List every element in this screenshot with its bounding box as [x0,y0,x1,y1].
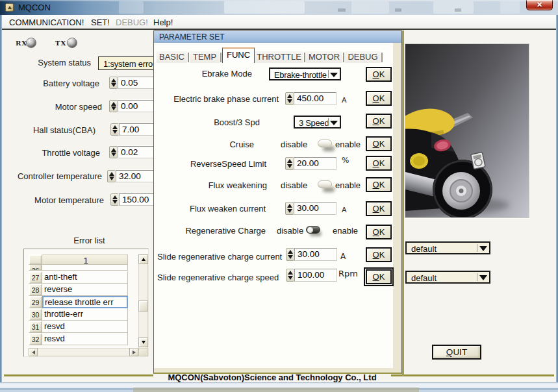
ok-button-flux-weakening[interactable]: OK [366,177,392,192]
table-cell[interactable]: throttle-err [42,308,128,321]
tab-separator [381,53,383,62]
scroll-left-button[interactable] [29,348,38,356]
row-number[interactable]: 28 [29,284,42,296]
toggle-knob[interactable] [306,226,320,234]
table-cell[interactable]: resvd [42,333,128,345]
cruise-toggle[interactable] [306,140,335,149]
flux-weakening-toggle[interactable] [306,180,335,190]
motor-speed-stepper[interactable] [109,100,118,112]
reverse-speed-limit-stepper[interactable] [285,157,294,170]
motor-speed-label: Motor speed [13,102,102,112]
ok-button-regenerative-charge[interactable]: OK [366,225,392,239]
titlebar-glass-reflection [351,1,389,14]
slide-regen-speed-stepper[interactable] [286,269,294,282]
scroll-right-button[interactable] [129,348,138,356]
row-number[interactable]: 31 [29,321,42,333]
tab-debug[interactable]: DEBUG [345,51,381,63]
parameter-window-margin [154,368,401,373]
default-selector-1[interactable]: default [405,241,490,254]
close-button[interactable]: ✕ [526,0,553,10]
menu-communication[interactable]: COMMUNICATION! [7,17,86,28]
ok-button-ebrake-phase-current[interactable]: OK [366,91,392,106]
flux-weaken-current-stepper[interactable] [285,202,294,215]
battery-voltage-stepper[interactable] [109,77,118,89]
tab-basic[interactable]: BASIC [157,51,187,63]
ebrake-phase-current-stepper[interactable] [285,92,294,105]
row-number[interactable]: 30 [29,308,42,321]
scroll-up-button[interactable] [138,254,148,264]
error-list-table: 1 26 27 anti-theft 28 reverse 29 release… [23,249,149,357]
unit-label: Rpm [338,269,358,278]
table-cell[interactable]: anti-theft [42,271,128,284]
row-number[interactable]: 32 [29,333,42,345]
ebrake-mode-dropdown[interactable]: Ebrake-throttle [269,67,341,80]
ok-button-boost[interactable]: OK [366,114,392,129]
slide-regen-current-stepper[interactable] [286,248,294,261]
throttle-voltage-stepper[interactable] [109,146,118,158]
title-bar: MQCON ✕ [0,0,558,15]
unit-label: % [342,156,349,165]
tab-func[interactable]: FUNC [222,47,255,63]
window-title: MQCON [18,3,51,12]
quit-button[interactable]: QUIT [432,345,481,360]
table-cell[interactable]: resvd [42,321,128,333]
scroll-down-button[interactable] [138,337,148,347]
unit-label: A [342,96,347,104]
parameter-window-titlebar[interactable]: PARAMETER SET [154,31,401,43]
dropdown-separator [328,118,329,126]
table-row: 29 release throttle err [29,296,128,308]
table-row: 30 throttle-err [29,308,128,321]
tab-temp[interactable]: TEMP [190,51,220,63]
dropdown-separator [328,70,329,78]
tx-led-indicator [67,38,77,48]
parameter-set-window: PARAMETER SET BASIC TEMP FUNC THROTTLE M… [153,31,402,374]
toggle-knob[interactable] [318,180,332,188]
column-header[interactable]: 1 [42,254,128,265]
slide-regen-speed-label: Slide regenerative charge speed [157,273,275,282]
ok-label: OK [367,272,390,282]
frame-line-vertical [402,31,404,376]
ok-button-cruise[interactable]: OK [366,136,392,151]
corner-header-cell [29,254,42,265]
slide-regen-speed-value[interactable]: 100.00 [294,269,337,282]
horizontal-scrollbar[interactable] [29,348,138,356]
tab-motor[interactable]: MOTOR [306,51,342,63]
chevron-down-icon [330,73,338,77]
ok-button-ebrake-mode[interactable]: OK [366,67,392,82]
ok-button-reverse-speed-limit[interactable]: OK [366,156,392,171]
default-selector-2[interactable]: default [405,271,490,284]
menu-set[interactable]: SET! [89,17,112,28]
regenerative-charge-toggle[interactable] [306,226,335,235]
table-cell[interactable]: reverse [42,284,128,296]
flux-weaken-current-label: Flux weaken current [173,204,266,214]
scrollbar-thumb[interactable] [138,300,148,312]
titlebar-glass-shadow [455,8,461,12]
ebrake-phase-current-value[interactable]: 450.00 [294,92,336,105]
row-number[interactable]: 29 [29,296,42,308]
ok-button-slide-regen-current[interactable]: OK [366,247,392,262]
slide-regen-current-value[interactable]: 30.00 [294,248,337,261]
boost-dropdown[interactable]: 3 Speed [294,116,341,129]
table-cell-selected[interactable]: release throttle err [42,296,128,308]
ok-label: OK [367,227,390,237]
tx-label: TX [55,40,66,47]
hall-status-label: Hall status(CBA) [13,125,95,135]
boost-value: 3 Speed [299,118,329,128]
menu-help[interactable]: Help! [151,17,175,28]
ok-button-slide-regen-speed[interactable]: OK [366,269,392,284]
hall-status-stepper[interactable] [110,123,119,136]
flux-weakening-enable-label: enable [335,180,361,190]
vertical-scrollbar[interactable] [138,254,148,349]
toggle-knob[interactable] [318,140,332,147]
unit-label: A [342,206,347,214]
ok-label: OK [367,250,390,260]
motor-temperature-stepper[interactable] [110,193,119,206]
controller-temperature-stepper[interactable] [107,170,116,182]
reverse-speed-limit-value[interactable]: 20.00 [294,157,336,170]
ok-button-flux-weaken-current[interactable]: OK [366,201,392,216]
table-cell[interactable] [42,265,128,271]
flux-weaken-current-value[interactable]: 30.00 [294,202,336,215]
tab-throttle[interactable]: THROTTLE [255,51,303,63]
row-number[interactable]: 27 [29,271,42,284]
ok-label: OK [367,93,390,103]
